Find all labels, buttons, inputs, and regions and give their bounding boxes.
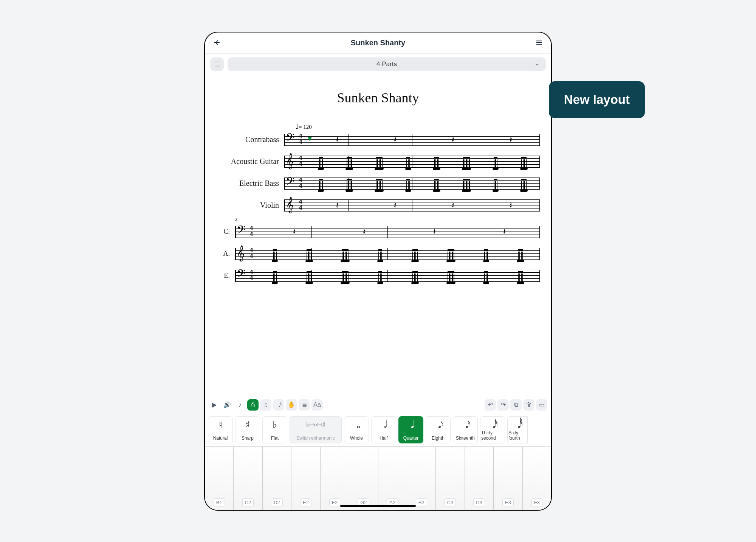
white-key-D2[interactable]: D2	[263, 447, 291, 510]
tie-icon: ♫	[263, 401, 268, 408]
key-label: C3	[445, 498, 456, 507]
white-key-E3[interactable]: E3	[494, 447, 522, 510]
parts-bar: 𝄚 4 Parts	[205, 54, 551, 75]
staff-row: E.44	[216, 267, 540, 284]
palette-label: Flat	[271, 435, 279, 441]
staff[interactable]: 44	[235, 267, 540, 284]
white-key-C3[interactable]: C3	[436, 447, 465, 510]
time-signature: 44	[298, 198, 303, 210]
palette-thirty-second[interactable]: 𝅘𝅥𝅰Thirty-second	[480, 416, 505, 443]
palette-eighth[interactable]: 𝅘𝅥𝅮Eighth	[426, 416, 451, 443]
note-run	[258, 246, 538, 262]
tie-button[interactable]: ♫	[260, 399, 271, 411]
staff[interactable]: 44▾	[284, 131, 540, 148]
staff[interactable]: 44	[284, 197, 540, 214]
palette-flat[interactable]: ♭Flat	[262, 416, 287, 443]
trash-button[interactable]: 🗑	[523, 399, 534, 411]
white-key-G2[interactable]: G2	[349, 447, 378, 510]
time-signature: 44	[298, 133, 303, 145]
bass-clef-icon	[237, 223, 245, 239]
treble-clef-icon	[286, 196, 294, 213]
instrument-label: Acoustic Guitar	[216, 157, 281, 166]
edit-toolbar: ▶🔊♪⎙♫𝅘𝅥𝅮✋≣Aa ↶↷⧉🗑▭	[205, 396, 551, 414]
palette-glyph-icon: ♮	[219, 419, 222, 430]
copy-button[interactable]: ⧉	[510, 399, 522, 411]
menu-button[interactable]	[534, 37, 544, 48]
staff-row: C.244	[216, 224, 540, 240]
piano-keyboard: B1C2D2E2F2G2A2B2C3D3E3F3	[205, 446, 551, 510]
note-run	[258, 267, 538, 284]
palette-switch-enharmonic[interactable]: ♭↦↤♯Switch enharmonic	[290, 416, 342, 443]
score-canvas[interactable]: Sunken Shanty ♩= 120 Contrabass44▾Acoust…	[205, 75, 551, 396]
palette-label: Sixty-fourth	[508, 430, 527, 441]
parts-selector[interactable]: 4 Parts	[228, 57, 546, 71]
note-input-icon: ♪	[239, 401, 242, 408]
staff-row: Electric Bass44	[216, 175, 540, 192]
play-button[interactable]: ▶	[209, 399, 220, 411]
note-palette: ♮Natural♯Sharp♭Flat♭↦↤♯Switch enharmonic…	[205, 414, 551, 446]
redo-icon: ↷	[501, 401, 506, 408]
palette-sixty-fourth[interactable]: 𝅘𝅥𝅱Sixty-fourth	[507, 416, 528, 443]
palette-natural[interactable]: ♮Natural	[208, 416, 233, 443]
palette-sharp[interactable]: ♯Sharp	[235, 416, 260, 443]
white-key-F2[interactable]: F2	[321, 447, 349, 510]
undo-button[interactable]: ↶	[485, 399, 496, 411]
chevron-down-icon	[534, 62, 540, 67]
text-button[interactable]: Aa	[311, 399, 323, 411]
instrument-label: A.	[216, 250, 232, 258]
staff-row: Acoustic Guitar44	[216, 153, 540, 170]
white-key-B1[interactable]: B1	[205, 447, 234, 510]
hand-button[interactable]: ✋	[286, 399, 297, 411]
help-button[interactable]: ▭	[536, 399, 547, 411]
staff[interactable]: 244	[235, 224, 540, 240]
note-input-button[interactable]: ♪	[234, 399, 246, 411]
tempo-mark: ♩= 120	[296, 122, 540, 131]
dialog-button[interactable]: ⎙	[247, 399, 259, 411]
white-key-D3[interactable]: D3	[465, 447, 494, 510]
palette-quarter[interactable]: 𝅘𝅥Quarter	[398, 416, 423, 443]
app-header: Sunken Shanty	[205, 32, 551, 54]
white-key-C2[interactable]: C2	[234, 447, 262, 510]
palette-glyph-icon: ♯	[245, 419, 250, 430]
redo-button[interactable]: ↷	[497, 399, 509, 411]
palette-label: Eighth	[432, 435, 445, 441]
lines-icon: ≣	[302, 401, 307, 408]
key-label: C2	[242, 498, 254, 507]
staff[interactable]: 44	[284, 175, 540, 192]
key-label: B1	[214, 498, 225, 507]
staff-row: Violin44	[216, 197, 540, 214]
score-system-1: Contrabass44▾Acoustic Guitar44Electric B…	[216, 131, 540, 214]
instrument-label: Violin	[216, 201, 281, 210]
palette-half[interactable]: 𝅗𝅥Half	[371, 416, 396, 443]
instrument-label: E.	[216, 272, 232, 279]
palette-label: Whole	[350, 435, 363, 441]
hand-icon: ✋	[288, 401, 295, 408]
note-tool-button[interactable]: 𝅘𝅥𝅮	[273, 399, 284, 411]
key-label: E3	[502, 498, 514, 507]
dialog-icon: ⎙	[251, 401, 255, 408]
undo-icon: ↶	[488, 401, 493, 408]
white-key-A2[interactable]: A2	[378, 447, 407, 510]
key-label: B2	[416, 498, 427, 507]
palette-whole[interactable]: 𝅝Whole	[344, 416, 369, 443]
palette-sixteenth[interactable]: 𝅘𝅥𝅯Sixteenth	[453, 416, 478, 443]
time-signature: 44	[249, 225, 254, 237]
staff-row: A.44	[216, 246, 540, 262]
volume-button[interactable]: 🔊	[222, 399, 233, 411]
treble-clef-icon	[237, 245, 245, 261]
white-key-E2[interactable]: E2	[291, 447, 320, 510]
lines-button[interactable]: ≣	[299, 399, 310, 411]
time-signature: 44	[249, 269, 254, 281]
white-key-B2[interactable]: B2	[407, 447, 436, 510]
white-key-F3[interactable]: F3	[523, 447, 551, 510]
staff[interactable]: 44	[235, 246, 540, 262]
palette-label: Quarter	[403, 435, 419, 441]
key-label: F2	[329, 498, 340, 507]
home-indicator	[340, 505, 416, 507]
back-button[interactable]	[212, 37, 222, 48]
palette-glyph-icon: ♭↦↤♯	[306, 419, 326, 430]
staff[interactable]: 44	[284, 153, 540, 170]
view-mode-button[interactable]: 𝄚	[210, 57, 224, 71]
toolbar-left-group: ▶🔊♪⎙♫𝅘𝅥𝅮✋≣Aa	[209, 399, 323, 411]
key-label: D2	[271, 498, 283, 507]
